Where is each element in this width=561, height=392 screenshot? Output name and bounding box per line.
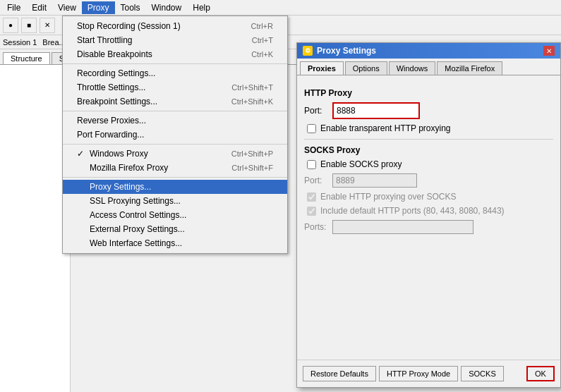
transparent-http-label: Enable transparent HTTP proxying (320, 123, 451, 133)
proxy-settings-dialog: ⚙ Proxy Settings ✕ Proxies Options Windo… (296, 42, 561, 388)
menu-external-proxy-settings[interactable]: External Proxy Settings... (63, 222, 287, 236)
http-port-label: Port: (304, 106, 332, 116)
include-ports-row: Include default HTTP ports (80, 443, 808… (304, 206, 553, 216)
socks-port-input[interactable] (332, 173, 417, 188)
toolbar-record[interactable]: ● (3, 18, 18, 33)
proxy-dropdown-menu: Stop Recording (Session 1) Ctrl+R Start … (62, 16, 288, 254)
socks-port-row: Port: (304, 173, 553, 188)
dialog-tabs: Proxies Options Windows Mozilla Firefox (297, 59, 560, 75)
dialog-title-icon: ⚙ (303, 46, 313, 56)
menu-breakpoint-settings[interactable]: Breakpoint Settings... Ctrl+Shift+K (63, 94, 287, 109)
checkmark-icon: ✓ (77, 149, 87, 159)
dialog-title-left: ⚙ Proxy Settings (303, 46, 376, 56)
footer-btn-group: Restore Defaults HTTP Proxy Mode SOCKS (303, 366, 522, 381)
tab-windows[interactable]: Windows (389, 61, 436, 75)
include-ports-checkbox[interactable] (307, 207, 316, 216)
menu-port-forwarding[interactable]: Port Forwarding... (63, 128, 287, 142)
enable-socks-label: Enable SOCKS proxy (320, 159, 402, 169)
tab-mozilla-firefox[interactable]: Mozilla Firefox (437, 61, 502, 75)
http-over-socks-row: Enable HTTP proxying over SOCKS (304, 192, 553, 202)
menu-stop-recording[interactable]: Stop Recording (Session 1) Ctrl+R (63, 19, 287, 33)
menu-recording-settings[interactable]: Recording Settings... (63, 66, 287, 80)
http-port-input[interactable] (334, 104, 418, 118)
ports-label: Ports: (304, 222, 332, 232)
menu-view[interactable]: View (52, 1, 82, 14)
http-proxy-section-label: HTTP Proxy (304, 88, 553, 98)
separator-4 (63, 177, 287, 178)
restore-defaults-button[interactable]: Restore Defaults (303, 366, 376, 381)
include-ports-label: Include default HTTP ports (80, 443, 808… (320, 206, 505, 216)
http-proxy-mode-button[interactable]: HTTP Proxy Mode (379, 366, 458, 381)
tab-proxies[interactable]: Proxies (300, 61, 344, 75)
http-over-socks-checkbox[interactable] (307, 192, 316, 202)
divider-1 (304, 139, 553, 140)
menu-windows-proxy[interactable]: ✓ Windows Proxy Ctrl+Shift+P (63, 147, 287, 161)
menu-bar: File Edit View Proxy Tools Window Help (0, 0, 561, 16)
dialog-content: HTTP Proxy Port: Enable transparent HTTP… (297, 75, 560, 245)
left-panel (0, 65, 71, 392)
toolbar-clear[interactable]: ✕ (40, 18, 55, 33)
menu-start-throttling[interactable]: Start Throttling Ctrl+T (63, 33, 287, 47)
menu-disable-breakpoints[interactable]: Disable Breakpoints Ctrl+K (63, 47, 287, 61)
socks-port-label: Port: (304, 176, 332, 185)
menu-ssl-proxying-settings[interactable]: SSL Proxying Settings... (63, 194, 287, 208)
http-port-highlight (332, 102, 420, 119)
tab-options[interactable]: Options (345, 61, 387, 75)
transparent-http-checkbox[interactable] (307, 124, 316, 133)
menu-tools[interactable]: Tools (115, 1, 146, 14)
ok-button[interactable]: OK (526, 366, 555, 381)
http-over-socks-label: Enable HTTP proxying over SOCKS (320, 192, 457, 202)
menu-throttle-settings[interactable]: Throttle Settings... Ctrl+Shift+T (63, 80, 287, 94)
ports-row: Ports: (304, 220, 553, 234)
enable-socks-checkbox[interactable] (307, 160, 316, 169)
transparent-http-row: Enable transparent HTTP proxying (304, 123, 553, 133)
menu-edit[interactable]: Edit (26, 1, 52, 14)
menu-proxy-settings[interactable]: Proxy Settings... (63, 180, 287, 194)
menu-help[interactable]: Help (187, 1, 216, 14)
ports-input[interactable] (332, 220, 473, 234)
app-window: File Edit View Proxy Tools Window Help ●… (0, 0, 561, 392)
session-label: Session 1 (3, 38, 37, 47)
dialog-title-text: Proxy Settings (317, 46, 376, 56)
menu-file[interactable]: File (1, 1, 26, 14)
enable-socks-row: Enable SOCKS proxy (304, 159, 553, 169)
dialog-close-button[interactable]: ✕ (543, 46, 555, 56)
separator-2 (63, 111, 287, 111)
menu-access-control-settings[interactable]: Access Control Settings... (63, 208, 287, 222)
dialog-footer: Restore Defaults HTTP Proxy Mode SOCKS O… (297, 360, 560, 387)
tab-structure[interactable]: Structure (3, 52, 50, 64)
menu-web-interface-settings[interactable]: Web Interface Settings... (63, 236, 287, 250)
menu-proxy[interactable]: Proxy (82, 1, 115, 14)
socks-proxy-section-label: SOCKS Proxy (304, 145, 553, 155)
dialog-titlebar: ⚙ Proxy Settings ✕ (297, 43, 560, 59)
socks-button[interactable]: SOCKS (461, 366, 504, 381)
menu-firefox-proxy[interactable]: Mozilla Firefox Proxy Ctrl+Shift+F (63, 161, 287, 175)
http-port-row: Port: (304, 102, 553, 119)
separator-1 (63, 63, 287, 64)
menu-window[interactable]: Window (146, 1, 188, 14)
toolbar-stop[interactable]: ■ (21, 18, 37, 33)
menu-reverse-proxies[interactable]: Reverse Proxies... (63, 114, 287, 128)
separator-3 (63, 144, 287, 145)
